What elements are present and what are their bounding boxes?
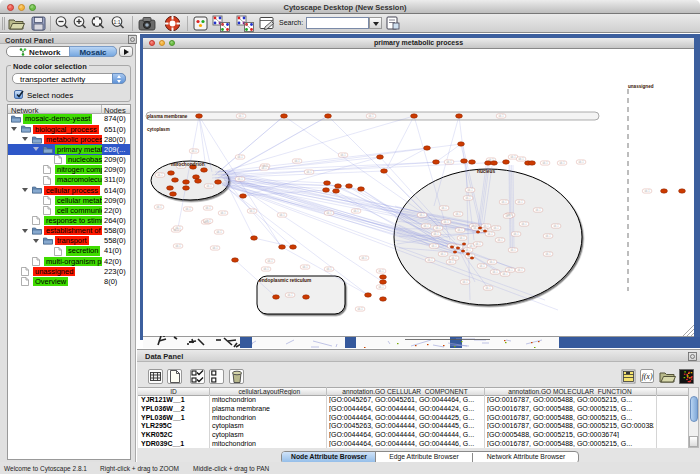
svg-text:ab-1: ab-1: [206, 184, 212, 188]
svg-text:ab-1: ab-1: [467, 188, 473, 192]
svg-text:nucleus: nucleus: [477, 169, 495, 174]
svg-text:ab-1: ab-1: [249, 209, 255, 213]
svg-text:ab-1: ab-1: [267, 259, 273, 263]
svg-text:ab-1: ab-1: [465, 248, 471, 252]
svg-text:ab-1: ab-1: [451, 256, 457, 260]
svg-text:ab-1: ab-1: [157, 173, 163, 177]
svg-text:ab-1: ab-1: [353, 209, 359, 213]
svg-text:ab-1: ab-1: [542, 161, 548, 165]
svg-text:ab-1: ab-1: [237, 177, 243, 181]
svg-text:ab-1: ab-1: [431, 244, 437, 248]
svg-text:ab-1: ab-1: [559, 161, 565, 165]
svg-text:ab-1: ab-1: [340, 153, 346, 157]
svg-text:ab-1: ab-1: [487, 232, 493, 236]
svg-text:ab-1: ab-1: [455, 212, 461, 216]
svg-text:ab-1: ab-1: [485, 286, 491, 290]
svg-text:ab-1: ab-1: [644, 189, 650, 193]
svg-text:mitochondrion: mitochondrion: [171, 162, 205, 167]
svg-text:ab-1: ab-1: [175, 244, 181, 248]
svg-text:cytoplasm: cytoplasm: [147, 127, 170, 132]
svg-text:ab-1: ab-1: [279, 213, 285, 217]
svg-text:ab-1: ab-1: [518, 157, 524, 161]
svg-text:ab-1: ab-1: [440, 252, 446, 256]
svg-text:ab-1: ab-1: [423, 224, 429, 228]
svg-text:ab-1: ab-1: [502, 272, 508, 276]
svg-text:ab-1: ab-1: [535, 208, 541, 212]
svg-text:ab-1: ab-1: [475, 242, 481, 246]
svg-text:ab-1: ab-1: [465, 196, 471, 200]
svg-text:ab-1: ab-1: [479, 264, 485, 268]
svg-text:ab-1: ab-1: [505, 214, 511, 218]
svg-text:ab-1: ab-1: [378, 285, 384, 289]
svg-text:ab-1: ab-1: [216, 230, 222, 234]
svg-text:ab-1: ab-1: [326, 211, 332, 215]
svg-text:ab-1: ab-1: [294, 159, 300, 163]
svg-text:ab-1: ab-1: [483, 224, 489, 228]
svg-text:ab-1: ab-1: [357, 307, 363, 311]
svg-text:ab-1: ab-1: [326, 267, 332, 271]
svg-text:ab-1: ab-1: [545, 252, 551, 256]
svg-text:ab-1: ab-1: [261, 166, 267, 170]
svg-text:ab-1: ab-1: [510, 248, 516, 252]
svg-text:ab-1: ab-1: [433, 232, 439, 236]
svg-text:ab-1: ab-1: [521, 222, 527, 226]
svg-text:ab-1: ab-1: [510, 155, 516, 159]
svg-text:ab-1: ab-1: [553, 224, 559, 228]
svg-text:ab-1: ab-1: [156, 205, 162, 209]
svg-text:ab-1: ab-1: [462, 280, 468, 284]
svg-text:ab-1: ab-1: [578, 160, 584, 164]
svg-text:ab-1: ab-1: [237, 155, 243, 159]
svg-text:ab-1: ab-1: [361, 256, 367, 260]
svg-text:ab-1: ab-1: [493, 226, 499, 230]
svg-text:ab-1: ab-1: [205, 219, 211, 223]
svg-text:ab-1: ab-1: [489, 260, 495, 264]
svg-text:ab-1: ab-1: [469, 244, 475, 248]
svg-text:ab-1: ab-1: [419, 213, 425, 217]
svg-text:ab-1: ab-1: [492, 270, 498, 274]
svg-text:ab-1: ab-1: [446, 160, 452, 164]
svg-text:ab-1: ab-1: [497, 238, 503, 242]
svg-text:ab-1: ab-1: [459, 236, 465, 240]
svg-text:ab-1: ab-1: [220, 211, 226, 215]
svg-text:ab-1: ab-1: [263, 267, 269, 271]
svg-text:ab-1: ab-1: [513, 232, 519, 236]
svg-text:ab-1: ab-1: [378, 269, 384, 273]
svg-text:1:1: 1:1: [114, 19, 121, 25]
svg-text:ab-1: ab-1: [457, 228, 463, 232]
svg-text:ab-1: ab-1: [517, 268, 523, 272]
svg-text:ab-1: ab-1: [175, 226, 181, 230]
svg-text:ab-1: ab-1: [302, 265, 308, 269]
svg-text:endoplasmic reticulum: endoplasmic reticulum: [259, 278, 311, 283]
svg-text:ab-1: ab-1: [443, 220, 449, 224]
svg-text:ab-1: ab-1: [191, 149, 197, 153]
svg-text:ab-1: ab-1: [212, 246, 218, 250]
svg-text:ab-1: ab-1: [427, 258, 433, 262]
svg-text:ab-1: ab-1: [498, 114, 504, 118]
svg-text:ab-1: ab-1: [517, 200, 523, 204]
svg-text:ab-1: ab-1: [368, 114, 374, 118]
svg-text:ab-1: ab-1: [545, 234, 551, 238]
svg-text:plasma membrane: plasma membrane: [147, 114, 188, 119]
svg-text:ab-1: ab-1: [507, 268, 513, 272]
svg-text:ab-1: ab-1: [287, 293, 293, 297]
svg-text:ab-1: ab-1: [238, 114, 244, 118]
svg-text:ab-1: ab-1: [501, 200, 507, 204]
svg-text:ab-1: ab-1: [448, 260, 454, 264]
svg-text:ab-1: ab-1: [205, 206, 211, 210]
svg-text:ab-1: ab-1: [306, 170, 312, 174]
svg-text:ab-1: ab-1: [441, 206, 447, 210]
svg-text:ab-1: ab-1: [435, 226, 441, 230]
svg-text:ab-1: ab-1: [185, 207, 191, 211]
svg-text:unassigned: unassigned: [628, 84, 654, 89]
